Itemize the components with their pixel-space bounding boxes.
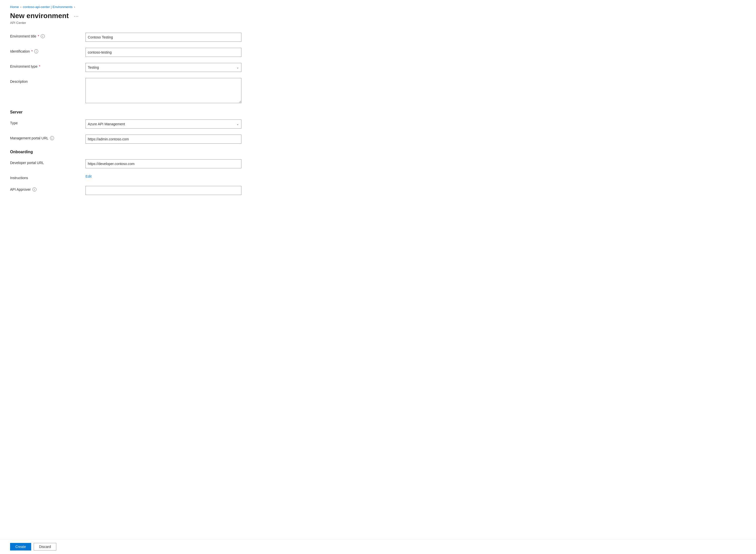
server-type-select[interactable]: Azure API Management Custom [85, 119, 241, 128]
info-icon-mgmt-url: i [50, 136, 54, 140]
breadcrumb-parent[interactable]: contoso-api-center | Environments [23, 5, 73, 9]
breadcrumb: Home › contoso-api-center | Environments… [10, 5, 292, 9]
description-wrapper [85, 78, 241, 104]
page-title: New environment [10, 12, 69, 20]
identification-label: Identification * i [10, 48, 80, 53]
description-textarea[interactable] [85, 78, 241, 103]
environment-title-label: Environment title * i [10, 33, 80, 38]
required-star-title: * [38, 34, 39, 38]
server-type-row: Type Azure API Management Custom ⌄ [10, 119, 292, 128]
management-portal-url-label: Management portal URL i [10, 134, 80, 140]
server-type-label: Type [10, 119, 80, 125]
more-options-button[interactable]: ··· [72, 12, 81, 20]
onboarding-section: Onboarding [10, 150, 292, 154]
environment-title-row: Environment title * i [10, 33, 292, 42]
api-approver-row: API Approver i [10, 186, 292, 195]
management-portal-url-row: Management portal URL i [10, 134, 292, 144]
required-star-id: * [32, 49, 33, 53]
server-type-wrapper: Azure API Management Custom ⌄ [85, 119, 241, 128]
api-approver-label: API Approver i [10, 186, 80, 191]
page-header: New environment ··· [10, 12, 292, 20]
onboarding-section-heading: Onboarding [10, 150, 292, 154]
identification-input[interactable] [85, 48, 241, 57]
developer-portal-url-row: Developer portal URL [10, 159, 292, 168]
info-icon-id: i [34, 49, 38, 53]
environment-title-input[interactable] [85, 33, 241, 42]
create-button[interactable]: Create [10, 543, 31, 550]
environment-type-label: Environment type * [10, 63, 80, 68]
api-approver-input[interactable] [85, 186, 241, 195]
server-section-heading: Server [10, 110, 292, 114]
environment-title-wrapper [85, 33, 241, 42]
page-subtitle: API Center [10, 21, 292, 25]
new-environment-form: Environment title * i Identification * i… [10, 33, 292, 195]
environment-type-wrapper: Testing Production Staging Development ⌄ [85, 63, 241, 72]
api-approver-wrapper [85, 186, 241, 195]
server-section: Server [10, 110, 292, 114]
breadcrumb-sep-1: › [20, 5, 21, 9]
management-portal-url-input[interactable] [85, 134, 241, 144]
server-type-select-wrapper: Azure API Management Custom ⌄ [85, 119, 241, 128]
description-label: Description [10, 78, 80, 84]
info-icon-api-approver: i [33, 187, 37, 191]
identification-wrapper [85, 48, 241, 57]
instructions-wrapper: Edit [85, 174, 241, 178]
footer-bar: Create Discard [0, 539, 756, 554]
management-portal-url-wrapper [85, 134, 241, 144]
instructions-edit-link[interactable]: Edit [85, 174, 92, 178]
environment-type-select[interactable]: Testing Production Staging Development [85, 63, 241, 72]
description-row: Description [10, 78, 292, 104]
discard-button[interactable]: Discard [34, 543, 56, 550]
environment-type-row: Environment type * Testing Production St… [10, 63, 292, 72]
developer-portal-url-wrapper [85, 159, 241, 168]
breadcrumb-sep-2: › [74, 5, 75, 9]
instructions-row: Instructions Edit [10, 174, 292, 180]
developer-portal-url-label: Developer portal URL [10, 159, 80, 165]
developer-portal-url-input[interactable] [85, 159, 241, 168]
instructions-label: Instructions [10, 174, 80, 180]
info-icon-title: i [41, 34, 45, 38]
identification-row: Identification * i [10, 48, 292, 57]
breadcrumb-home[interactable]: Home [10, 5, 19, 9]
required-star-type: * [39, 64, 40, 68]
environment-type-select-wrapper: Testing Production Staging Development ⌄ [85, 63, 241, 72]
